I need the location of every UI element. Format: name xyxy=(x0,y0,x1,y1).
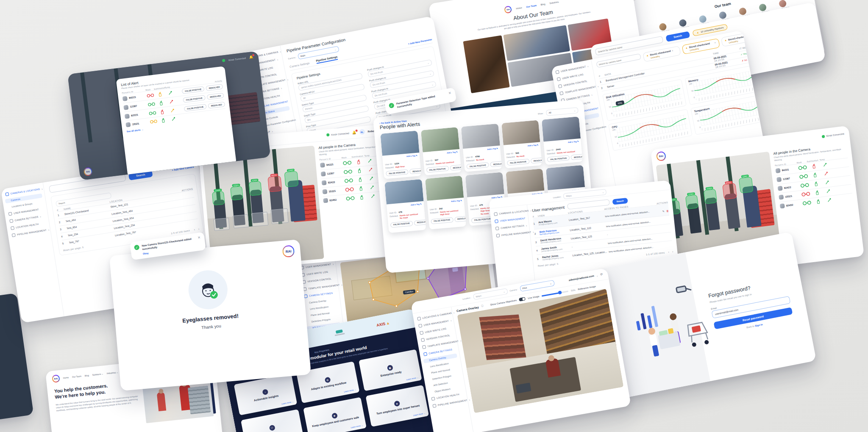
alert-person-card: Add a Tag ✎ User ID: 567 Detected:Hands … xyxy=(421,127,462,175)
rai-logo[interactable]: RAI xyxy=(504,6,512,14)
nav-our-team[interactable]: Our Team xyxy=(526,4,537,8)
person-facebox[interactable]: 12452 xyxy=(248,181,262,196)
sidebar-item-camera-settings[interactable]: CAMERA SETTINGS xyxy=(494,223,527,231)
resolved-button[interactable]: RESOLVED xyxy=(490,161,502,167)
person-photo xyxy=(384,179,423,204)
learn-more-link[interactable]: Learn more → xyxy=(344,388,356,393)
temp-icon xyxy=(367,185,377,191)
feature-tile[interactable]: ✚Keep employees and customers safeLearn … xyxy=(303,397,367,432)
false-positive-button[interactable]: FALSE POSITIVE xyxy=(182,86,205,94)
feature-tile[interactable]: ▣Enterprise readyLearn more → xyxy=(359,349,422,391)
temp-icon xyxy=(165,90,175,96)
prev-page-icon[interactable]: ‹ xyxy=(668,250,669,253)
resolved-button[interactable]: RESOLVED xyxy=(414,219,426,225)
avatar xyxy=(776,177,782,182)
rai-logo[interactable]: RAI xyxy=(656,151,667,162)
user-avatar[interactable]: RL xyxy=(359,129,365,135)
edit-icon[interactable]: ✎ xyxy=(662,210,665,213)
person-facebox[interactable]: 12420 xyxy=(212,191,225,205)
nav-solutions[interactable]: Solutions xyxy=(549,0,559,4)
nav-blog[interactable]: Blog xyxy=(540,3,545,6)
info-icon[interactable]: ⓘ xyxy=(481,305,484,308)
false-positive-button[interactable]: FALSE POSITIVE xyxy=(183,95,206,102)
nav-home[interactable]: Home xyxy=(516,6,522,10)
mask-icon xyxy=(344,187,355,192)
tab-pipeline-settings[interactable]: Pipeline Settings xyxy=(316,55,338,64)
false-positive-button[interactable]: FALSE POSITIVE xyxy=(507,159,530,166)
false-positive-button[interactable]: FALSE POSITIVE xyxy=(184,104,207,111)
resolved-button[interactable]: RESOLVED xyxy=(207,93,224,100)
users-icon xyxy=(495,219,498,223)
next-page-icon[interactable]: › xyxy=(672,250,673,253)
person-facebox[interactable]: 12007 xyxy=(284,171,299,188)
refresh-icon[interactable]: ⟳ xyxy=(600,273,603,277)
temp-icon xyxy=(820,162,829,168)
sidebar-item-cameras-locations[interactable]: CAMERAS & LOCATIONS xyxy=(492,208,525,217)
rai-logo[interactable]: RAI xyxy=(52,374,60,383)
add-new-parameter-link[interactable]: + Add New Parameter xyxy=(408,38,432,45)
tab-camera-settings[interactable]: Camera Settings xyxy=(289,61,310,68)
false-positive-button[interactable]: FALSE POSITIVE xyxy=(426,166,449,173)
sidebar-item-pipeline-management[interactable]: PIPELINE MANAGEMENT xyxy=(495,230,527,238)
learn-more-link[interactable]: Learn more → xyxy=(406,377,419,381)
person-facebox[interactable]: 12452 xyxy=(703,189,717,204)
learn-more-link[interactable]: Learn more → xyxy=(281,401,294,405)
health-search-button[interactable]: Search xyxy=(665,31,690,42)
nav-our-team[interactable]: Our Team xyxy=(72,375,81,378)
false-positive-button[interactable]: FALSE POSITIVE xyxy=(467,162,490,169)
sanitizer-icon xyxy=(353,168,366,174)
next-page-icon[interactable]: › xyxy=(198,227,199,230)
sign-in-link[interactable]: Sign In xyxy=(755,323,763,327)
resolved-button[interactable]: RESOLVED xyxy=(206,84,223,91)
avatar xyxy=(779,195,784,200)
resolved-button[interactable]: RESOLVED xyxy=(454,216,467,222)
delete-icon[interactable]: 🗑 xyxy=(666,210,669,213)
kiosk-thankyou-screen: RAI Eyeglasses removed! Thank you xyxy=(109,239,311,391)
feature-tile[interactable]: ★Turn employees into super heroesLearn m… xyxy=(366,385,429,427)
close-icon[interactable]: ✕ xyxy=(448,91,451,95)
false-positive-button[interactable]: FALSE POSITIVE xyxy=(390,221,413,228)
sanitizer-icon xyxy=(158,117,169,123)
x-icon: ✗ xyxy=(742,59,744,62)
bell-icon[interactable]: 🔔 xyxy=(352,130,356,135)
person-facebox[interactable]: 12007 xyxy=(739,177,754,194)
false-positive-button[interactable]: FALSE POSITIVE xyxy=(386,169,409,177)
sidebar-item-user-management[interactable]: USER MANAGEMENT xyxy=(493,216,526,224)
bell-icon[interactable]: 🔔 xyxy=(249,55,253,59)
person-facebox-alert[interactable]: 84221 xyxy=(267,176,282,192)
person-facebox[interactable]: 12321 xyxy=(685,194,699,209)
rows-per-page[interactable]: Rows per page: 5 xyxy=(538,262,559,267)
learn-more-link[interactable]: Learn more → xyxy=(351,424,363,429)
users-icon xyxy=(555,70,559,74)
resolved-button[interactable]: RESOLVED xyxy=(530,157,542,163)
close-icon[interactable]: ✕ xyxy=(198,236,201,240)
mask-icon xyxy=(798,174,809,180)
avatar xyxy=(320,172,326,177)
resolved-button[interactable]: RESOLVED xyxy=(208,102,225,109)
person-facebox[interactable]: 12321 xyxy=(230,186,243,200)
nav-home[interactable]: Home xyxy=(63,376,69,379)
account-menu[interactable]: admin@radiusai.com xyxy=(568,274,594,281)
false-positive-button[interactable]: FALSE POSITIVE xyxy=(547,155,570,163)
prev-page-icon[interactable]: ‹ xyxy=(194,228,195,231)
person-photo xyxy=(465,172,504,197)
rows-per-page[interactable]: Rows per page: 5 xyxy=(63,246,84,252)
person-facebox-alert[interactable]: 84221 xyxy=(722,183,737,200)
mask-icon xyxy=(148,110,157,116)
nav-industries[interactable]: Industries ⌄ xyxy=(106,371,118,375)
okay-link[interactable]: Okay xyxy=(143,252,149,255)
resolved-button[interactable]: RESOLVED xyxy=(409,168,421,174)
objectives-toggle[interactable] xyxy=(519,297,526,301)
resolved-button[interactable]: RESOLVED xyxy=(450,164,462,171)
pipeline-icon xyxy=(432,404,436,408)
search-button[interactable]: Search xyxy=(612,197,628,205)
nav-blog[interactable]: Blog xyxy=(84,374,89,377)
shield-icon: 🛡 xyxy=(269,425,275,431)
nav-solutions[interactable]: Solutions ⌄ xyxy=(92,372,103,376)
alert-person-card: Add a Tag ✎ User ID: 2443 Detected:Hands… xyxy=(542,116,583,165)
opacity-slider[interactable] xyxy=(542,291,569,296)
learn-more-link[interactable]: Learn more → xyxy=(413,412,426,417)
false-positive-button[interactable]: FALSE POSITIVE xyxy=(431,217,453,224)
pagination-count: 1-5 of 100 items xyxy=(646,251,665,256)
resolved-button[interactable]: RESOLVED xyxy=(571,154,583,160)
